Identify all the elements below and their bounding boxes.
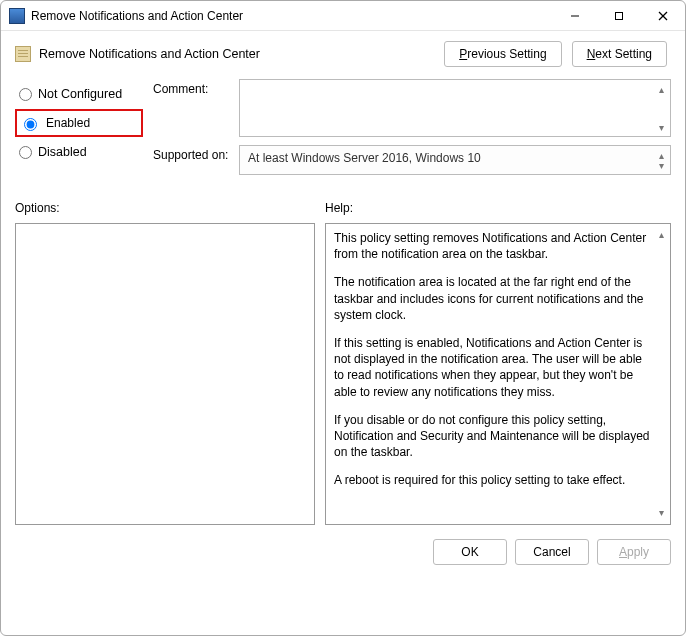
radio-disabled[interactable]: Disabled [15, 139, 143, 165]
comment-scroll-down-icon[interactable]: ▾ [654, 120, 668, 134]
ok-button[interactable]: OK [433, 539, 507, 565]
maximize-button[interactable] [597, 1, 641, 31]
options-label: Options: [15, 201, 315, 215]
supported-on-label: Supported on: [153, 145, 231, 162]
radio-disabled-input[interactable] [19, 146, 32, 159]
svg-rect-1 [616, 12, 623, 19]
comment-scroll-up-icon[interactable]: ▴ [654, 82, 668, 96]
help-p4: If you disable or do not configure this … [334, 412, 650, 461]
comment-textbox[interactable]: ▴ ▾ [239, 79, 671, 137]
radio-not-configured-input[interactable] [19, 88, 32, 101]
app-icon [9, 8, 25, 24]
help-p3: If this setting is enabled, Notification… [334, 335, 650, 400]
radio-enabled-label[interactable]: Enabled [46, 116, 90, 130]
title-bar: Remove Notifications and Action Center [1, 1, 685, 31]
apply-button[interactable]: Apply [597, 539, 671, 565]
supported-on-box: At least Windows Server 2016, Windows 10… [239, 145, 671, 175]
help-label: Help: [325, 201, 671, 215]
radio-not-configured[interactable]: Not Configured [15, 81, 143, 107]
radio-enabled-input[interactable] [24, 118, 37, 131]
cancel-button[interactable]: Cancel [515, 539, 589, 565]
previous-setting-button[interactable]: Previous Setting [444, 41, 561, 67]
policy-subtitle: Remove Notifications and Action Center [39, 47, 444, 61]
state-radios: Not Configured Enabled Disabled [15, 73, 143, 183]
help-p1: This policy setting removes Notification… [334, 230, 650, 262]
window-title: Remove Notifications and Action Center [31, 9, 553, 23]
supported-on-value: At least Windows Server 2016, Windows 10 [248, 151, 481, 165]
help-scroll-up-icon[interactable]: ▴ [654, 228, 668, 242]
next-setting-button[interactable]: Next Setting [572, 41, 667, 67]
enabled-highlight: Enabled [15, 109, 143, 137]
help-p5: A reboot is required for this policy set… [334, 472, 650, 488]
help-panel[interactable]: This policy setting removes Notification… [325, 223, 671, 525]
options-panel[interactable] [15, 223, 315, 525]
minimize-button[interactable] [553, 1, 597, 31]
supported-scroll-down-icon[interactable]: ▾ [654, 158, 668, 172]
subtitle-row: Remove Notifications and Action Center P… [1, 31, 685, 71]
comment-label: Comment: [153, 79, 231, 96]
close-button[interactable] [641, 1, 685, 31]
help-p2: The notification area is located at the … [334, 274, 650, 323]
footer-buttons: OK Cancel Apply [1, 525, 685, 565]
help-scroll-down-icon[interactable]: ▾ [654, 506, 668, 520]
policy-icon [15, 46, 31, 62]
